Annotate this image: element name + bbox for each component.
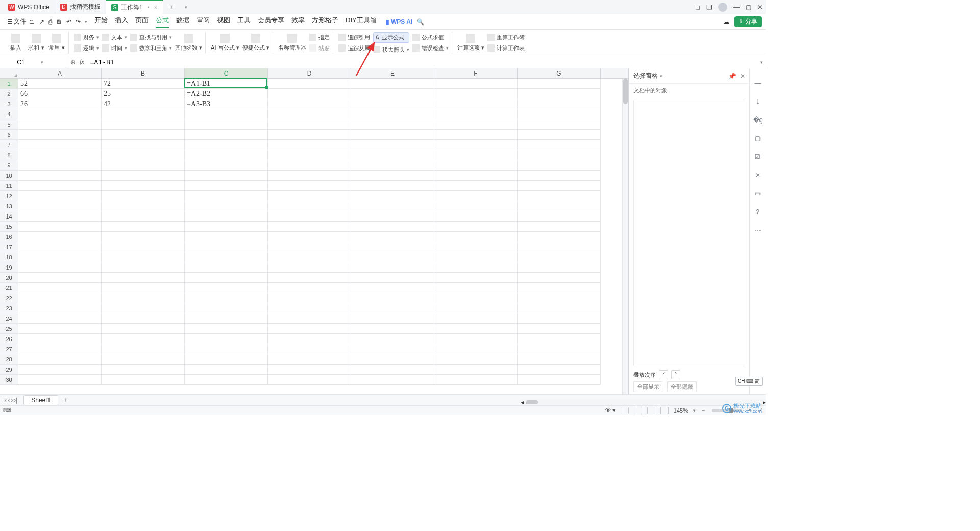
cell[interactable] <box>102 324 185 334</box>
settings-icon[interactable]: �ç <box>753 115 763 125</box>
col-header[interactable]: G <box>518 68 601 78</box>
cell[interactable] <box>185 252 268 262</box>
cell[interactable] <box>268 273 351 283</box>
insert-function-button[interactable]: 插入 <box>7 34 24 52</box>
name-box-input[interactable] <box>3 59 39 66</box>
cell[interactable] <box>268 109 351 119</box>
cell[interactable] <box>268 201 351 211</box>
minimize-icon[interactable]: — <box>733 4 740 11</box>
cell[interactable] <box>351 89 434 99</box>
row-header[interactable]: 28 <box>0 354 18 365</box>
cell[interactable]: 42 <box>102 99 185 109</box>
row-header[interactable]: 11 <box>0 181 18 191</box>
cell[interactable] <box>518 283 601 293</box>
cell[interactable] <box>268 242 351 252</box>
cell[interactable] <box>434 201 518 211</box>
row-header[interactable]: 30 <box>0 375 18 385</box>
cell[interactable] <box>18 140 102 150</box>
cell[interactable] <box>518 303 601 313</box>
cell[interactable] <box>102 375 185 385</box>
trace-precedents-button[interactable]: 追踪引用 <box>338 34 370 41</box>
tab-start[interactable]: 开始 <box>94 16 108 28</box>
cell[interactable] <box>102 283 185 293</box>
cell[interactable] <box>185 313 268 324</box>
close-pane-icon[interactable]: ✕ <box>740 73 745 80</box>
row-header[interactable]: 20 <box>0 273 18 283</box>
cell[interactable] <box>185 140 268 150</box>
bring-forward-button[interactable]: ˅ <box>659 370 668 379</box>
row-header[interactable]: 22 <box>0 293 18 303</box>
row-header[interactable]: 15 <box>0 222 18 232</box>
cell[interactable] <box>268 160 351 171</box>
row-header[interactable]: 4 <box>0 109 18 119</box>
cell[interactable] <box>434 99 518 109</box>
finance-button[interactable]: 财务 ▾ <box>74 34 99 41</box>
cell[interactable] <box>185 242 268 252</box>
cell[interactable] <box>434 171 518 181</box>
export-icon[interactable]: ↗ <box>39 18 44 26</box>
trace-dependents-button[interactable]: 追踪从属 <box>338 44 370 52</box>
cell[interactable] <box>518 89 601 99</box>
cell[interactable] <box>268 119 351 130</box>
cell[interactable] <box>518 79 601 89</box>
cell[interactable] <box>268 211 351 222</box>
tab-insert[interactable]: 插入 <box>115 16 128 28</box>
cell[interactable] <box>434 211 518 222</box>
expand-icon[interactable]: ⊕ <box>70 59 76 66</box>
scroll-left-icon[interactable]: ◂ <box>521 399 524 406</box>
tab-member[interactable]: 会员专享 <box>258 16 284 28</box>
cell[interactable] <box>18 211 102 222</box>
window-mode-icon[interactable]: ◻ <box>695 4 700 11</box>
tab-formula[interactable]: 公式 <box>156 16 169 28</box>
namebox-dropdown-icon[interactable]: ▾ <box>41 60 43 65</box>
zoom-level[interactable]: 145% <box>674 407 688 414</box>
last-sheet-icon[interactable]: ›| <box>14 397 17 404</box>
cell[interactable] <box>518 211 601 222</box>
wps-ai-button[interactable]: ▮ WPS AI <box>386 18 413 26</box>
cell[interactable] <box>268 99 351 109</box>
cell[interactable] <box>351 130 434 140</box>
row-header[interactable]: 2 <box>0 89 18 99</box>
cell[interactable] <box>185 273 268 283</box>
cell[interactable] <box>434 119 518 130</box>
cloud-icon[interactable]: ☁ <box>723 18 729 26</box>
error-check-button[interactable]: 错误检查 ▾ <box>412 44 449 52</box>
cell[interactable] <box>268 171 351 181</box>
cell[interactable] <box>351 283 434 293</box>
formula-input[interactable] <box>88 58 757 66</box>
add-sheet-button[interactable]: ＋ <box>61 396 69 404</box>
tab-diy[interactable]: DIY工具箱 <box>346 16 377 28</box>
cell[interactable] <box>268 252 351 262</box>
close-icon[interactable]: × <box>154 4 158 11</box>
cell[interactable] <box>518 262 601 273</box>
prev-sheet-icon[interactable]: ‹ <box>8 397 10 404</box>
cell[interactable] <box>102 201 185 211</box>
spreadsheet-grid[interactable]: ABCDEFG 15272=A1-B126625=A2-B232642=A3-B… <box>0 68 629 394</box>
cell[interactable]: 52 <box>18 79 102 89</box>
cell[interactable] <box>351 201 434 211</box>
cell[interactable] <box>185 201 268 211</box>
cell[interactable] <box>434 130 518 140</box>
cell[interactable] <box>185 222 268 232</box>
cell[interactable] <box>18 191 102 201</box>
cell[interactable] <box>102 150 185 160</box>
row-header[interactable]: 10 <box>0 171 18 181</box>
cell[interactable] <box>185 303 268 313</box>
row-header[interactable]: 18 <box>0 252 18 262</box>
cell[interactable] <box>102 181 185 191</box>
cell[interactable] <box>518 109 601 119</box>
cell[interactable] <box>434 365 518 375</box>
vertical-scrollbar[interactable] <box>622 79 628 394</box>
cell[interactable] <box>434 375 518 385</box>
cell[interactable] <box>434 324 518 334</box>
tab-square[interactable]: 方形格子 <box>312 16 338 28</box>
paste-name-button[interactable]: 粘贴 <box>309 44 330 52</box>
cell[interactable] <box>518 171 601 181</box>
row-header[interactable]: 26 <box>0 334 18 344</box>
row-header[interactable]: 27 <box>0 344 18 354</box>
cell[interactable] <box>434 262 518 273</box>
row-header[interactable]: 21 <box>0 283 18 293</box>
row-header[interactable]: 9 <box>0 160 18 171</box>
pin-icon[interactable]: 📌 <box>728 73 736 80</box>
name-box[interactable]: ▾ <box>0 56 66 68</box>
